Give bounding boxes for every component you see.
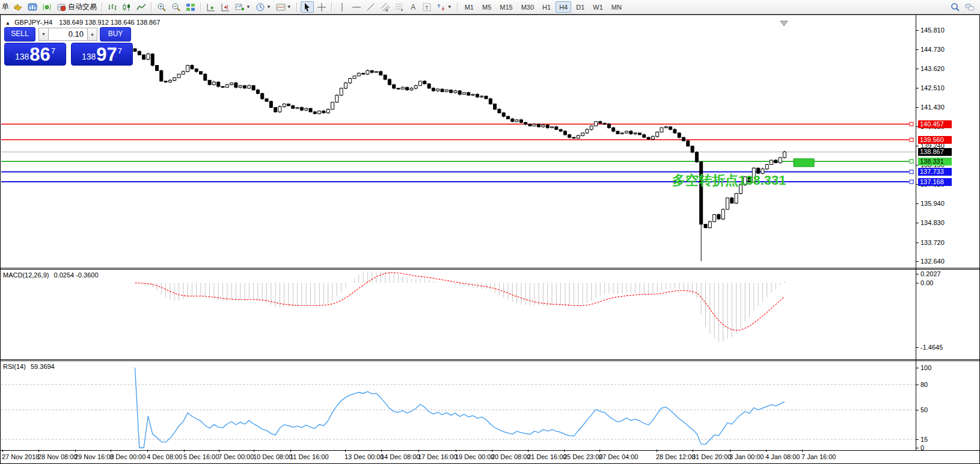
symbol-period-label: GBPJPY-,H4 [14, 19, 52, 26]
dropdown-caret-icon[interactable]: ▼ [266, 4, 271, 10]
ohlc-values: 138.649 138.912 138.646 138.867 [59, 19, 160, 26]
timeframe-button-M15[interactable]: M15 [496, 1, 516, 13]
arrows-tool[interactable]: ▼ [435, 1, 454, 13]
sell-button[interactable]: SELL [4, 27, 35, 42]
channel-tool[interactable]: E [379, 1, 392, 13]
crosshair-tool[interactable] [315, 1, 328, 13]
volume-down-button[interactable]: ▾ [38, 28, 49, 41]
time-axis-tick [766, 450, 767, 452]
order-menu-label[interactable]: 单 [2, 2, 9, 12]
period-clock-icon[interactable]: ▼ [254, 1, 273, 13]
pivot-annotation[interactable]: 多空转折点138.331 [672, 172, 786, 190]
price-tick [916, 30, 919, 31]
rsi-panel[interactable] [1, 361, 916, 450]
time-axis-tick [254, 450, 254, 452]
chart-window: ▲ GBPJPY-,H4 138.649 138.912 138.646 138… [0, 14, 980, 464]
price-tick-label: 134.830 [920, 220, 945, 226]
macd-values: 0.0254 -0.3600 [54, 271, 98, 279]
sell-price-box[interactable]: 138 86 7 [4, 43, 66, 66]
chart-title: ▲ GBPJPY-,H4 138.649 138.912 138.646 138… [5, 19, 160, 26]
time-axis-label: 27 Dec 04:00 [599, 453, 638, 460]
volume-up-button[interactable]: ▴ [87, 28, 97, 41]
time-axis-tick [219, 450, 219, 452]
autotrading-button[interactable]: 自动交易 [55, 1, 99, 13]
chart-shift-icon[interactable] [219, 1, 232, 13]
chart-bars-icon[interactable] [106, 1, 119, 13]
rsi-tick-label: 15 [920, 436, 928, 443]
collapse-arrow-icon[interactable]: ▲ [5, 20, 10, 26]
text-tool[interactable]: A [408, 1, 419, 13]
timeframe-button-M1[interactable]: M1 [461, 1, 477, 13]
level-price-badge: 140.457 [918, 120, 952, 128]
timeframe-button-H1[interactable]: H1 [539, 1, 554, 13]
time-axis-label: 7 Jan 16:00 [801, 453, 836, 460]
rsi-tick [916, 410, 919, 410]
panel-separator[interactable] [1, 268, 979, 268]
price-tick [916, 69, 919, 69]
rsi-tick-label: 0 [920, 445, 924, 451]
buy-button[interactable]: BUY [100, 27, 131, 42]
panel-separator[interactable] [1, 359, 979, 360]
price-tick-label: 145.810 [920, 27, 945, 34]
trendline-tool[interactable] [364, 1, 378, 13]
chart-line-icon[interactable] [135, 1, 148, 13]
time-axis-tick [345, 450, 346, 452]
zoom-out-icon[interactable] [170, 1, 183, 13]
time-axis-label: 25 Dec 23:00 [563, 453, 602, 460]
dropdown-caret-icon[interactable]: ▼ [447, 4, 452, 10]
timeframe-button-H4[interactable]: H4 [556, 1, 571, 13]
vertical-line-tool[interactable] [335, 1, 349, 13]
zoom-in-icon[interactable] [155, 1, 168, 13]
one-click-trading-panel: SELL ▾ ▴ BUY 138 86 7 138 97 7 [4, 27, 133, 66]
timeframe-button-W1[interactable]: W1 [589, 1, 607, 13]
macd-tick-label: 0.2027 [920, 271, 941, 277]
tile-windows-icon[interactable] [184, 1, 197, 13]
macd-tick [916, 274, 919, 274]
fibonacci-tool[interactable]: F [393, 1, 406, 13]
price-tick [916, 203, 919, 204]
search-icon[interactable] [949, 1, 962, 13]
timeframe-button-D1[interactable]: D1 [572, 1, 588, 13]
timeframe-button-MN[interactable]: MN [608, 1, 625, 13]
time-axis-tick [75, 450, 76, 452]
price-tick [916, 107, 919, 108]
macd-header: MACD(12,26,9) 0.0254 -0.3600 [3, 271, 99, 279]
toolbar: 单 自动交易 ▼ [0, 0, 980, 14]
time-axis-label: 4 Jan 08:00 [765, 453, 800, 460]
time-axis-tick [802, 450, 803, 452]
time-axis-tick [492, 450, 492, 452]
volume-input[interactable] [49, 28, 87, 41]
new-order-icon[interactable] [11, 1, 25, 13]
price-tick-label: 142.510 [920, 85, 945, 91]
add-indicator-icon[interactable]: ▼ [233, 1, 253, 13]
time-axis-tick [456, 450, 456, 452]
timeframe-button-M5[interactable]: M5 [479, 1, 495, 13]
dropdown-caret-icon[interactable]: ▼ [287, 4, 292, 10]
buy-price-box[interactable]: 138 97 7 [71, 43, 133, 66]
time-axis-tick [564, 450, 565, 452]
price-tick-label: 143.620 [920, 66, 945, 72]
time-axis-tick [657, 450, 657, 452]
time-axis-label: 5 Dec 16:00 [183, 453, 219, 460]
chat-icon[interactable] [963, 1, 976, 13]
time-axis-label: 31 Dec 20:00 [692, 453, 731, 460]
time-axis-tick [693, 450, 693, 452]
price-tick-label: 133.720 [920, 240, 945, 246]
market-watch-icon[interactable] [26, 1, 39, 13]
chart-candles-icon[interactable] [120, 1, 133, 13]
macd-tick [916, 283, 919, 283]
price-tick-label: 144.730 [920, 46, 945, 53]
auto-scroll-icon[interactable] [204, 1, 218, 13]
horizontal-line-tool[interactable] [350, 1, 363, 13]
dropdown-caret-icon[interactable]: ▼ [246, 4, 251, 10]
buy-price-big: 97 [96, 46, 117, 64]
macd-panel[interactable] [1, 270, 916, 359]
template-icon[interactable]: ▼ [274, 1, 293, 13]
price-chart[interactable] [1, 16, 916, 268]
cursor-tool[interactable] [301, 1, 314, 13]
label-tool[interactable]: T [420, 1, 433, 13]
timeframe-button-M30[interactable]: M30 [518, 1, 537, 13]
rsi-tick [916, 368, 919, 368]
price-tick [916, 88, 919, 88]
signal-icon[interactable] [40, 1, 54, 13]
